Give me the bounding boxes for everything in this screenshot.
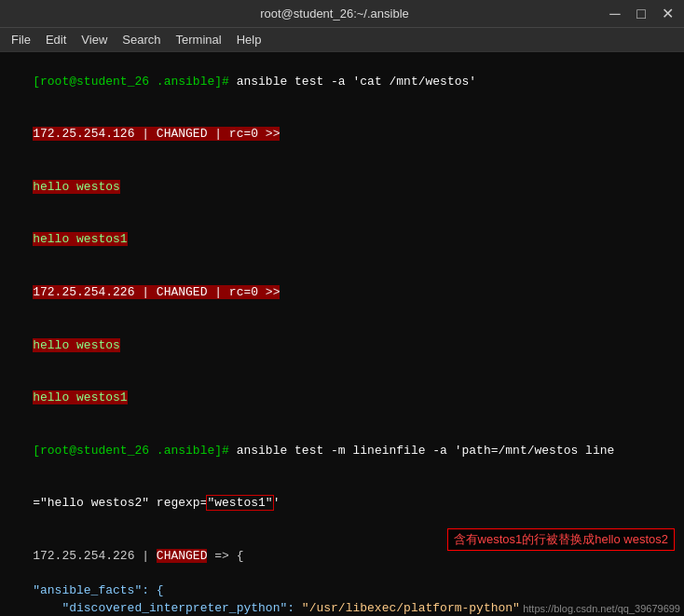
output-text: hello westos1 [33, 232, 127, 246]
terminal-line: hello westos [4, 320, 680, 373]
annotation-note: 含有westos1的行被替换成hello westos2 [447, 528, 675, 551]
close-button[interactable]: ✕ [658, 7, 677, 21]
output-text: hello westos [33, 180, 120, 194]
terminal-line: 172.25.254.226 | CHANGED | rc=0 >> [4, 267, 680, 320]
terminal-line: ="hello westos2" regexp="westos1"' [4, 477, 680, 530]
minimize-button[interactable]: ─ [606, 7, 624, 21]
titlebar: root@student_26:~/.ansible ─ □ ✕ [0, 0, 684, 28]
terminal-line: hello westos [4, 161, 680, 214]
terminal: [root@student_26 .ansible]# ansible test… [0, 52, 684, 616]
maximize-button[interactable]: □ [632, 7, 650, 21]
menu-item-help[interactable]: Help [229, 31, 269, 48]
window-title: root@student_26:~/.ansible [63, 7, 606, 21]
menu-item-terminal[interactable]: Terminal [169, 31, 229, 48]
output-text: hello westos1 [33, 390, 127, 404]
terminal-line: 172.25.254.126 | CHANGED | rc=0 >> [4, 109, 680, 162]
terminal-line: [root@student_26 .ansible]# ansible test… [4, 425, 680, 478]
terminal-line: [root@student_26 .ansible]# ansible test… [4, 56, 680, 109]
ip-address: 172.25.254.126 | CHANGED | rc=0 >> [33, 127, 280, 141]
watermark: https://blog.csdn.net/qq_39679699 [523, 603, 680, 614]
prompt-text: [root@student_26 .ansible]# [33, 75, 236, 89]
terminal-line: hello westos1 [4, 214, 680, 267]
menu-item-view[interactable]: View [74, 31, 115, 48]
terminal-line: hello westos1 [4, 372, 680, 425]
menu-item-search[interactable]: Search [115, 31, 168, 48]
window-controls[interactable]: ─ □ ✕ [606, 7, 677, 21]
terminal-line: "ansible_facts": { [4, 582, 680, 600]
output-text: hello westos [33, 338, 120, 352]
menu-item-file[interactable]: File [4, 31, 38, 48]
menu-item-edit[interactable]: Edit [38, 31, 74, 48]
menubar: FileEditViewSearchTerminalHelp [0, 28, 684, 52]
ip-address: 172.25.254.226 | CHANGED | rc=0 >> [33, 285, 280, 299]
